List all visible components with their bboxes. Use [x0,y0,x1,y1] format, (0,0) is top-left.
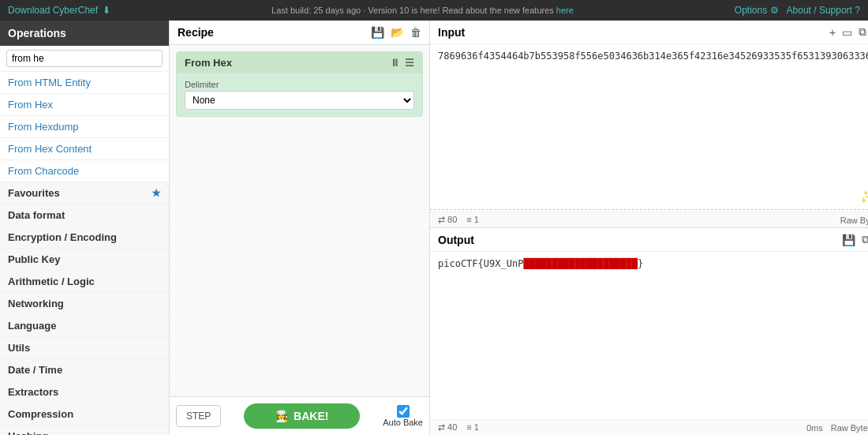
recipe-trash-icon[interactable]: 🗑 [410,26,421,39]
sidebar-item-from-charcode[interactable]: From Charcode [0,160,169,182]
input-section: Input + ▭ ⧉ 🗑 ⊞ 7869636f4354464b7b553958… [430,21,868,228]
app-name[interactable]: Download CyberChef [8,5,98,16]
sidebar-item-encryption[interactable]: Encryption / Encoding [0,227,169,249]
input-stats: ⇄ 80 ≡ 1 [438,215,479,225]
recipe-open-icon[interactable]: 📂 [391,26,404,39]
build-info-text: Last build: 25 days ago · Version 10 is … [271,6,556,15]
main-layout: Operations From HTML Entity From Hex Fro… [0,21,868,435]
auto-bake-checkbox[interactable] [397,405,410,418]
recipe-panel: Recipe 💾 📂 🗑 From Hex ⏸ ☰ Delimiter [170,21,430,435]
input-raw-bytes[interactable]: Raw Bytes [840,216,868,225]
gear-icon: ⚙ [770,5,779,16]
auto-bake-label: Auto Bake [383,418,423,427]
sidebar-item-from-hexdump[interactable]: From Hexdump [0,116,169,138]
recipe-header: Recipe 💾 📂 🗑 [170,21,429,45]
delimiter-label: Delimiter [185,80,414,89]
output-suffix: } [638,258,643,269]
output-section: Output 💾 ⧉ ⧉ ⤢ picoCTF{U9X_UnP██████████… [430,228,868,435]
output-raw-bytes[interactable]: Raw Bytes [831,423,868,433]
sidebar-header: Operations [0,21,169,46]
input-bytes: ⇄ 80 [438,215,457,225]
step-settings-icon[interactable]: ☰ [405,57,414,69]
bake-icon: 🧑‍🍳 [275,410,289,422]
input-split-icon[interactable]: ⧉ [859,25,866,39]
sidebar-item-datetime[interactable]: Date / Time [0,359,169,381]
input-divider [430,209,868,210]
input-header-icons: + ▭ ⧉ 🗑 ⊞ [829,25,868,39]
options-button[interactable]: Options ⚙ [735,5,779,16]
topbar: Download CyberChef ⬇ Last build: 25 days… [0,0,868,21]
output-footer-right: 0ms Raw Bytes ↵ LF [806,422,868,433]
search-input[interactable] [6,50,163,67]
output-bytes: ⇄ 40 [438,422,457,433]
sidebar-item-public-key[interactable]: Public Key [0,249,169,271]
about-label[interactable]: About / Support [787,5,852,16]
recipe-title: Recipe [178,26,214,39]
output-save-icon[interactable]: 💾 [842,234,855,246]
output-prefix: picoCTF{U9X_UnP [438,258,523,269]
download-icon[interactable]: ⬇ [103,5,110,16]
bake-button[interactable]: 🧑‍🍳 BAKE! [244,403,360,429]
output-redacted: ████████████████████ [523,258,638,269]
output-header: Output 💾 ⧉ ⧉ ⤢ [430,228,868,252]
input-value: 7869636f4354464b7b553958f556e5034636b314… [438,51,868,62]
output-footer: ⇄ 40 ≡ 1 0ms Raw Bytes ↵ LF [430,419,868,435]
input-footer: ⇄ 80 ≡ 1 Raw Bytes LF [430,212,868,227]
input-add-icon[interactable]: + [829,26,836,39]
sidebar-item-from-hex-content[interactable]: From Hex Content [0,138,169,160]
output-lines: ≡ 1 [466,422,479,433]
sidebar-item-from-hex[interactable]: From Hex [0,94,169,116]
output-content: picoCTF{U9X_UnP████████████████████} [430,252,868,419]
recipe-header-icons: 💾 📂 🗑 [371,26,421,39]
output-copy-icon[interactable]: ⧉ [862,233,868,246]
sidebar: Operations From HTML Entity From Hex Fro… [0,21,170,435]
sidebar-item-compression[interactable]: Compression [0,403,169,426]
input-content[interactable]: 7869636f4354464b7b553958f556e5034636b314… [430,44,868,186]
recipe-footer: STEP 🧑‍🍳 BAKE! Auto Bake [170,396,429,435]
sidebar-item-language[interactable]: Language [0,315,169,337]
sidebar-item-utils[interactable]: Utils [0,337,169,359]
build-link[interactable]: here [556,6,574,15]
recipe-step-icons: ⏸ ☰ [390,57,414,69]
input-header: Input + ▭ ⧉ 🗑 ⊞ [430,21,868,44]
io-panel: Input + ▭ ⧉ 🗑 ⊞ 7869636f4354464b7b553958… [430,21,868,435]
bake-label: BAKE! [294,410,328,422]
search-box [0,46,169,72]
sidebar-item-arithmetic[interactable]: Arithmetic / Logic [0,271,169,293]
star-icon: ★ [152,187,161,199]
input-footer-right: Raw Bytes LF [840,216,868,225]
topbar-center: Last build: 25 days ago · Version 10 is … [271,6,574,15]
sidebar-item-data-format[interactable]: Data format [0,204,169,227]
output-title: Output [438,234,474,246]
step-button[interactable]: STEP [176,405,221,427]
sidebar-items: From HTML Entity From Hex From Hexdump F… [0,72,169,435]
about-button[interactable]: About / Support ? [787,5,860,16]
recipe-step-body: Delimiter None Space Comma Semi-colon Co… [177,73,422,116]
help-icon: ? [855,5,860,16]
recipe-step-name: From Hex [185,57,232,69]
input-title: Input [438,26,465,39]
pause-icon[interactable]: ⏸ [390,57,400,69]
options-label[interactable]: Options [735,5,767,16]
auto-bake-container: Auto Bake [383,405,423,427]
topbar-right: Options ⚙ About / Support ? [735,5,860,16]
recipe-step-from-hex: From Hex ⏸ ☰ Delimiter None Space Comma … [176,51,423,117]
sidebar-item-favourites[interactable]: Favourites ★ [0,182,169,204]
recipe-content: From Hex ⏸ ☰ Delimiter None Space Comma … [170,45,429,396]
input-lines: ≡ 1 [466,215,479,225]
delimiter-select[interactable]: None Space Comma Semi-colon Colon Newlin… [185,91,414,110]
sidebar-item-networking[interactable]: Networking [0,293,169,315]
output-ms: 0ms [806,423,823,433]
output-stats: ⇄ 40 ≡ 1 [438,422,479,433]
recipe-save-icon[interactable]: 💾 [371,26,384,39]
input-minimise-icon[interactable]: ▭ [842,26,852,39]
sidebar-item-from-html-entity[interactable]: From HTML Entity [0,72,169,94]
favourites-label: Favourites [8,187,60,199]
sidebar-item-extractors[interactable]: Extractors [0,381,169,403]
output-header-icons: 💾 ⧉ ⧉ ⤢ [842,233,868,246]
recipe-step-header: From Hex ⏸ ☰ [177,52,422,73]
topbar-left: Download CyberChef ⬇ [8,5,110,16]
sidebar-item-hashing[interactable]: Hashing [0,426,169,435]
magic-icon[interactable]: ✨ [860,189,868,204]
